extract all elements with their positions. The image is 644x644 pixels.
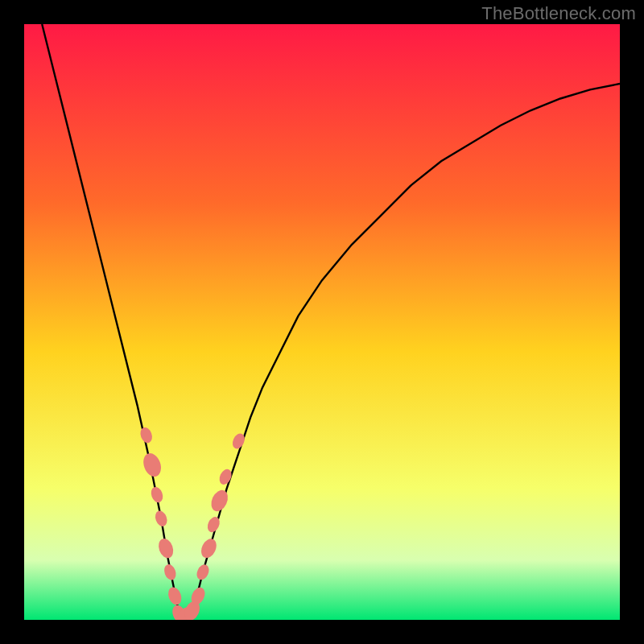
plot-area bbox=[24, 24, 620, 620]
outer-frame: TheBottleneck.com bbox=[0, 0, 644, 644]
bottleneck-chart bbox=[24, 24, 620, 620]
gradient-background bbox=[24, 24, 620, 620]
watermark-text: TheBottleneck.com bbox=[481, 3, 636, 24]
